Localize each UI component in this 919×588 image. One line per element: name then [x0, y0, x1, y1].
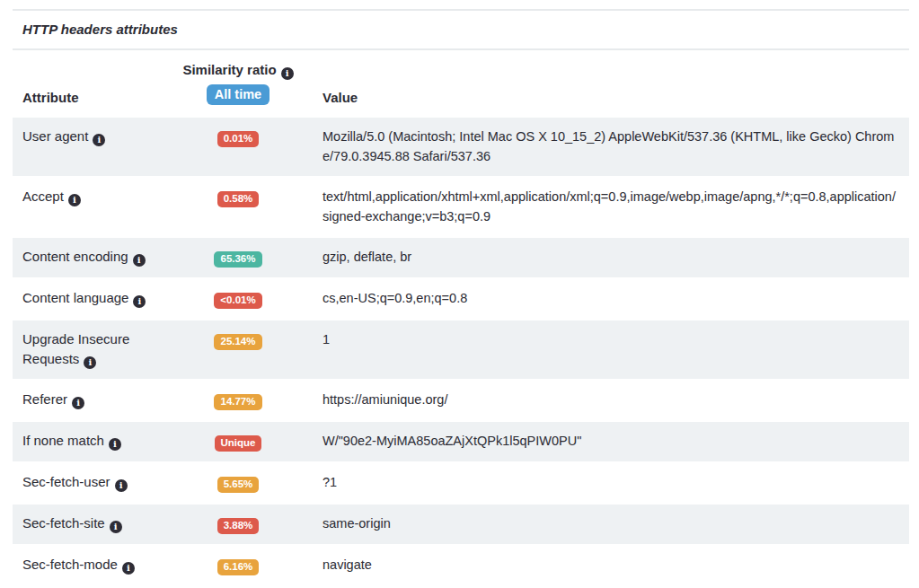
value-cell: same-origin: [296, 513, 909, 533]
ratio-cell: 0.58%: [180, 187, 296, 207]
similarity-ratio-badge: 25.14%: [214, 334, 261, 350]
attribute-cell: Accept: [13, 187, 180, 206]
column-header-value: Value: [296, 90, 909, 105]
attribute-info-icon[interactable]: [72, 397, 84, 409]
attribute-label: Referer: [22, 391, 67, 407]
column-header-similarity: Similarity ratio All time: [180, 62, 296, 105]
similarity-ratio-badge: <0.01%: [214, 293, 261, 309]
column-header-attribute: Attribute: [13, 90, 180, 105]
panel-title: HTTP headers attributes: [22, 22, 178, 37]
ratio-cell: 25.14%: [180, 329, 296, 350]
ratio-cell: 5.65%: [180, 472, 296, 493]
attribute-info-icon[interactable]: [68, 194, 81, 206]
similarity-ratio-info-icon[interactable]: [281, 67, 294, 80]
attribute-label: If none match: [22, 433, 104, 448]
table-row: Content language <0.01% cs,en-US;q=0.9,e…: [13, 277, 909, 319]
attribute-info-icon[interactable]: [84, 356, 96, 369]
similarity-ratio-badge: 0.58%: [217, 191, 260, 207]
table-row: If none match Unique W/"90e2-MyiMA85oaZA…: [13, 420, 909, 461]
value-cell: navigate: [296, 555, 909, 575]
value-cell: gzip, deflate, br: [296, 247, 909, 267]
attribute-info-icon[interactable]: [93, 134, 105, 146]
similarity-ratio-badge: 14.77%: [214, 394, 261, 410]
attribute-label: Accept: [22, 189, 64, 204]
attribute-label: User agent: [22, 128, 88, 144]
attribute-cell: Sec-fetch-mode: [13, 555, 180, 575]
value-cell: Mozilla/5.0 (Macintosh; Intel Mac OS X 1…: [296, 127, 909, 166]
attributes-table: User agent 0.01% Mozilla/5.0 (Macintosh;…: [13, 116, 909, 585]
table-row: Sec-fetch-user 5.65% ?1: [13, 461, 909, 503]
attribute-info-icon[interactable]: [110, 521, 122, 533]
similarity-ratio-label: Similarity ratio: [182, 62, 293, 77]
table-row: Referer 14.77% https://amiunique.org/: [13, 379, 909, 420]
attribute-cell: Content encoding: [13, 247, 180, 267]
attribute-label: Sec-fetch-user: [22, 474, 110, 489]
panel-title-bar: HTTP headers attributes: [13, 9, 909, 50]
attribute-info-icon[interactable]: [122, 562, 135, 575]
value-cell: W/"90e2-MyiMA85oaZAjXtQPk1l5qPIW0PU": [296, 431, 909, 451]
table-header: Attribute Similarity ratio All time Valu…: [13, 50, 909, 116]
attribute-cell: Sec-fetch-site: [13, 513, 180, 533]
ratio-cell: Unique: [180, 431, 296, 452]
ratio-cell: 0.01%: [180, 127, 296, 147]
table-row: Accept 0.58% text/html,application/xhtml…: [13, 176, 909, 236]
similarity-ratio-badge: 0.01%: [217, 131, 260, 147]
ratio-cell: 14.77%: [180, 390, 296, 410]
attribute-info-icon[interactable]: [133, 254, 146, 267]
similarity-ratio-badge: 3.88%: [217, 518, 260, 534]
similarity-ratio-badge: 5.65%: [217, 477, 260, 493]
table-row: Upgrade Insecure Requests 25.14% 1: [13, 319, 909, 379]
attribute-label: Sec-fetch-mode: [22, 557, 118, 572]
value-cell: 1: [296, 329, 909, 349]
attribute-cell: Sec-fetch-user: [13, 472, 180, 492]
similarity-ratio-badge: Unique: [215, 435, 262, 452]
value-cell: https://amiunique.org/: [296, 390, 909, 409]
ratio-cell: <0.01%: [180, 288, 296, 309]
attribute-label: Upgrade Insecure Requests: [22, 331, 129, 366]
http-headers-panel: HTTP headers attributes Attribute Simila…: [13, 9, 909, 585]
value-cell: cs,en-US;q=0.9,en;q=0.8: [296, 288, 909, 308]
table-row: User agent 0.01% Mozilla/5.0 (Macintosh;…: [13, 116, 909, 176]
table-row: Sec-fetch-site 3.88% same-origin: [13, 503, 909, 544]
attribute-info-icon[interactable]: [133, 295, 146, 308]
attribute-label: Content language: [22, 290, 128, 305]
ratio-cell: 65.36%: [180, 247, 296, 268]
table-row: Sec-fetch-mode 6.16% navigate: [13, 544, 909, 585]
ratio-cell: 3.88%: [180, 513, 296, 534]
attribute-label: Sec-fetch-site: [22, 515, 105, 531]
attribute-cell: Referer: [13, 390, 180, 409]
similarity-ratio-badge: 6.16%: [217, 559, 260, 575]
attribute-cell: Content language: [13, 288, 180, 308]
similarity-ratio-badge: 65.36%: [214, 251, 261, 268]
ratio-cell: 6.16%: [180, 555, 296, 575]
attribute-label: Content encoding: [22, 249, 128, 264]
all-time-button[interactable]: All time: [207, 84, 270, 105]
attribute-cell: User agent: [13, 127, 180, 146]
attribute-info-icon[interactable]: [109, 438, 121, 451]
attribute-cell: Upgrade Insecure Requests: [13, 329, 180, 369]
value-cell: ?1: [296, 472, 909, 492]
attribute-info-icon[interactable]: [115, 479, 128, 492]
table-row: Content encoding 65.36% gzip, deflate, b…: [13, 236, 909, 277]
attribute-cell: If none match: [13, 431, 180, 451]
value-cell: text/html,application/xhtml+xml,applicat…: [296, 187, 909, 226]
